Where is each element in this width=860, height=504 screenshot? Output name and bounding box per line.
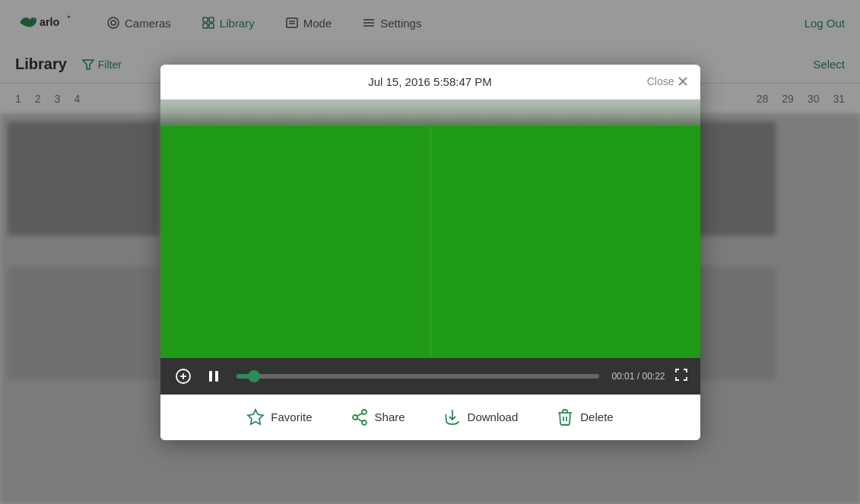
delete-button[interactable]: Delete <box>556 408 613 426</box>
pause-button[interactable] <box>203 366 224 387</box>
svg-marker-24 <box>248 410 263 424</box>
modal-timestamp: Jul 15, 2016 5:58:47 PM <box>368 75 492 88</box>
favorite-label: Favorite <box>271 410 312 423</box>
video-controls: 00:01 / 00:22 <box>160 358 700 395</box>
favorite-button[interactable]: Favorite <box>246 408 312 426</box>
svg-rect-23 <box>215 371 218 382</box>
video-main-frame <box>160 126 700 358</box>
modal-header: Jul 15, 2016 5:58:47 PM Close <box>160 65 700 100</box>
video-artifact-line <box>430 126 431 358</box>
svg-point-27 <box>362 420 367 425</box>
delete-label: Delete <box>580 410 613 423</box>
action-bar: Favorite Share Download <box>160 395 700 440</box>
video-modal: Jul 15, 2016 5:58:47 PM Close <box>160 65 700 440</box>
svg-point-26 <box>353 415 357 420</box>
svg-rect-22 <box>209 371 212 382</box>
svg-line-29 <box>357 413 362 416</box>
svg-point-25 <box>362 410 367 414</box>
progress-bar-track[interactable] <box>236 374 600 379</box>
video-player <box>160 100 700 358</box>
svg-line-28 <box>357 418 362 421</box>
modal-close-button[interactable]: Close <box>647 75 688 87</box>
download-label: Download <box>468 410 519 423</box>
download-button[interactable]: Download <box>443 408 519 426</box>
video-top-section <box>160 100 700 130</box>
fullscreen-button[interactable] <box>674 368 688 385</box>
zoom-in-button[interactable] <box>173 366 194 387</box>
share-button[interactable]: Share <box>351 408 405 426</box>
share-label: Share <box>375 410 405 423</box>
progress-bar-thumb[interactable] <box>248 370 260 382</box>
time-display: 00:01 / 00:22 <box>611 371 665 382</box>
close-label: Close <box>647 75 674 87</box>
